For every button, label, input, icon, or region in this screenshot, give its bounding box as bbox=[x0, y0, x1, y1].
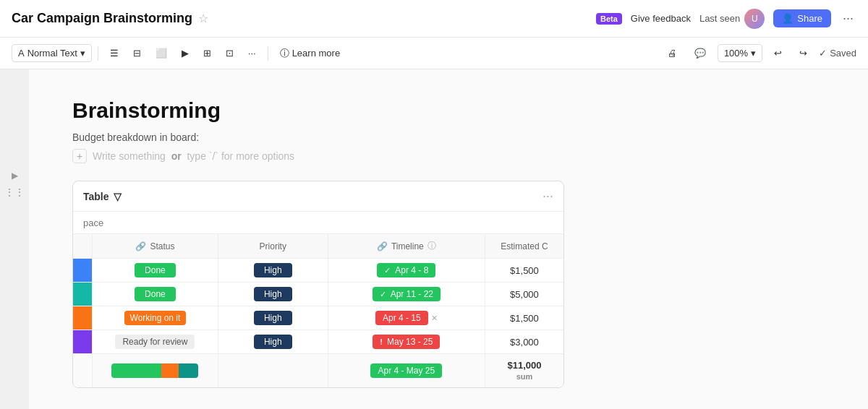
estimated-header-label: Estimated C bbox=[501, 241, 548, 251]
status-cell: Working on it bbox=[93, 306, 218, 330]
sum-label: sum bbox=[516, 372, 533, 381]
cost-cell: $1,500 bbox=[485, 306, 563, 330]
timeline-badge: ✓ Apr 4 - 8 bbox=[377, 263, 435, 277]
summary-timeline-cell: Apr 4 - May 25 bbox=[328, 354, 485, 388]
learn-more-button[interactable]: ⓘ Learn more bbox=[274, 44, 346, 63]
toolbar: A Normal Text ▾ ☰ ⊟ ⬜ ▶ ⊞ ⊡ ··· ⓘ Learn … bbox=[0, 38, 868, 69]
bar-orange bbox=[161, 363, 179, 378]
summary-row: Apr 4 - May 25$11,000sum bbox=[73, 354, 563, 388]
add-block-area[interactable]: + Write something or type `/` for more o… bbox=[72, 149, 825, 163]
saved-label-text: Saved bbox=[830, 48, 856, 59]
priority-badge: High bbox=[254, 311, 292, 325]
header: Car Campaign Brainstorming ☆ Beta Give f… bbox=[0, 0, 868, 38]
bullet-list-button[interactable]: ☰ bbox=[104, 45, 124, 61]
timeline-info-icon[interactable]: ⓘ bbox=[427, 240, 436, 252]
total-cost: $11,000 bbox=[507, 360, 541, 371]
comment-icon: 💬 bbox=[694, 48, 706, 59]
video-button[interactable]: ▶ bbox=[176, 45, 195, 61]
summary-status-cell bbox=[93, 354, 218, 388]
row-color-bar bbox=[73, 283, 93, 306]
add-icon: + bbox=[77, 150, 82, 162]
priority-cell: High bbox=[218, 306, 328, 330]
status-cell: Done bbox=[93, 259, 218, 283]
priority-badge: High bbox=[254, 335, 292, 349]
add-block-button[interactable]: + bbox=[72, 149, 87, 163]
undo-button[interactable]: ↩ bbox=[768, 45, 788, 61]
comment-button[interactable]: 💬 bbox=[689, 45, 712, 61]
summary-priority-cell bbox=[218, 354, 328, 388]
timeline-badge: ! May 13 - 25 bbox=[373, 335, 440, 349]
share-label: Share bbox=[797, 13, 822, 24]
priority-badge: High bbox=[254, 287, 292, 301]
undo-icon: ↩ bbox=[774, 48, 782, 59]
print-icon: 🖨 bbox=[668, 48, 677, 59]
share-icon: 👤 bbox=[782, 13, 793, 24]
last-seen-label: Last seen bbox=[699, 13, 740, 24]
image-button[interactable]: ⬜ bbox=[150, 45, 173, 61]
zoom-arrow: ▾ bbox=[751, 48, 756, 59]
toolbar-right: 🖨 💬 100% ▾ ↩ ↪ ✓ Saved bbox=[662, 44, 856, 62]
timeline-link-icon: 🔗 bbox=[377, 241, 388, 251]
ordered-list-button[interactable]: ⊟ bbox=[127, 45, 147, 61]
share-button[interactable]: 👤 Share bbox=[773, 9, 831, 27]
data-table: 🔗 Status Priority 🔗 Timeline ⓘ bbox=[73, 234, 563, 387]
table-row: DoneHigh✓ Apr 11 - 22$5,000 bbox=[73, 283, 563, 306]
timeline-clear-button[interactable]: ✕ bbox=[431, 314, 438, 323]
status-badge: Working on it bbox=[124, 311, 187, 325]
document-title[interactable]: Brainstorming bbox=[72, 98, 825, 123]
collapse-arrow[interactable]: ▶ bbox=[12, 171, 18, 181]
text-format-icon: A bbox=[18, 48, 25, 59]
table-button[interactable]: ⊞ bbox=[197, 45, 217, 61]
info-icon: ⓘ bbox=[280, 47, 289, 60]
bar-green bbox=[111, 363, 161, 378]
timeline-badge: ✓ Apr 11 - 22 bbox=[373, 287, 441, 301]
header-more-button[interactable]: ··· bbox=[840, 8, 856, 29]
priority-cell: High bbox=[218, 283, 328, 306]
timeline-badge: Apr 4 - 15 bbox=[375, 311, 428, 325]
summary-cost-cell: $11,000sum bbox=[485, 354, 563, 388]
row-color-bar bbox=[73, 259, 93, 283]
priority-column-header: Priority bbox=[218, 234, 328, 259]
give-feedback-button[interactable]: Give feedback bbox=[631, 13, 691, 24]
timeline-cell: ! May 13 - 25 bbox=[328, 330, 485, 354]
ordered-list-icon: ⊟ bbox=[133, 48, 141, 59]
toolbar-more-button[interactable]: ··· bbox=[242, 45, 262, 61]
page-title: Car Campaign Brainstorming bbox=[12, 11, 192, 26]
cost-cell: $5,000 bbox=[485, 283, 563, 306]
table-row: Ready for reviewHigh! May 13 - 25$3,000 bbox=[73, 330, 563, 354]
redo-button[interactable]: ↪ bbox=[793, 45, 813, 61]
search-row bbox=[73, 212, 563, 234]
table-row: Working on itHigh Apr 4 - 15✕$1,500 bbox=[73, 306, 563, 330]
star-icon[interactable]: ☆ bbox=[198, 12, 208, 25]
status-badge: Ready for review bbox=[115, 335, 195, 349]
status-cell: Done bbox=[93, 283, 218, 306]
table-title: Table ▽ bbox=[83, 191, 122, 202]
table-block: Table ▽ ··· 🔗 Status bbox=[72, 181, 564, 388]
header-right: Beta Give feedback Last seen U 👤 Share ·… bbox=[596, 8, 856, 29]
last-seen: Last seen U bbox=[699, 9, 765, 29]
search-input[interactable] bbox=[83, 218, 553, 228]
page-content: ▶ ⋮⋮ Brainstorming Budget breakdown in b… bbox=[0, 69, 868, 409]
image-icon: ⬜ bbox=[156, 48, 167, 59]
main-area: Brainstorming Budget breakdown in board:… bbox=[29, 69, 868, 409]
status-badge: Done bbox=[135, 263, 176, 277]
table-header: Table ▽ ··· bbox=[73, 181, 563, 212]
print-button[interactable]: 🖨 bbox=[662, 45, 683, 61]
calendar-button[interactable]: ⊡ bbox=[220, 45, 239, 61]
document-subtitle: Budget breakdown in board: bbox=[72, 132, 825, 143]
toolbar-divider-1 bbox=[98, 46, 98, 61]
text-style-dropdown[interactable]: A Normal Text ▾ bbox=[12, 44, 92, 62]
checkmark-icon: ✓ bbox=[819, 48, 827, 59]
estimated-column-header: Estimated C bbox=[485, 234, 563, 259]
zoom-control[interactable]: 100% ▾ bbox=[718, 44, 762, 62]
table-more-button[interactable]: ··· bbox=[542, 189, 553, 204]
table-title-label: Table bbox=[83, 191, 109, 202]
table-column-headers: 🔗 Status Priority 🔗 Timeline ⓘ bbox=[73, 234, 563, 259]
block-handle[interactable]: ⋮⋮ bbox=[4, 186, 25, 198]
header-left: Car Campaign Brainstorming ☆ bbox=[12, 11, 208, 26]
table-row: DoneHigh✓ Apr 4 - 8$1,500 bbox=[73, 259, 563, 283]
status-column-header: 🔗 Status bbox=[93, 234, 218, 259]
timeline-cell: ✓ Apr 11 - 22 bbox=[328, 283, 485, 306]
filter-icon[interactable]: ▽ bbox=[114, 191, 122, 202]
left-gutter: ▶ ⋮⋮ bbox=[0, 69, 29, 409]
